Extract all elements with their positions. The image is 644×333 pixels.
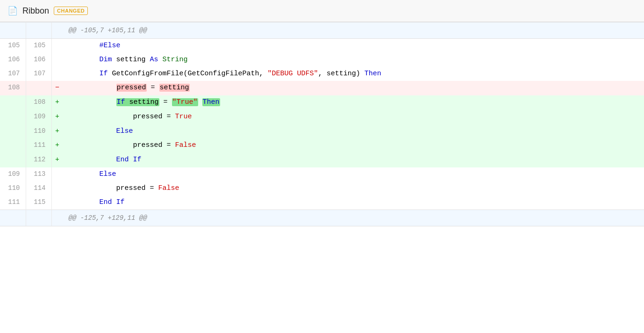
table-row: 110 + Else [0, 124, 644, 139]
table-row: 105 105 #Else [0, 39, 644, 53]
line-sign: + [51, 124, 63, 139]
new-line-num: 106 [26, 53, 51, 67]
line-code: Else [63, 167, 644, 181]
new-line-num [26, 81, 51, 95]
new-line-num: 109 [26, 110, 51, 124]
table-row: 107 107 If GetConfigFromFile(GetConfigFi… [0, 67, 644, 81]
new-line-num: 107 [26, 67, 51, 81]
new-line-num: 112 [26, 153, 51, 167]
line-code: pressed = False [63, 181, 644, 195]
old-line-num [0, 153, 26, 167]
old-line-num [0, 110, 26, 124]
line-sign [51, 67, 63, 81]
line-code: pressed = setting [63, 81, 644, 95]
file-title: Ribbon [22, 6, 49, 16]
hunk-new-num [26, 22, 51, 39]
line-code: #Else [63, 39, 644, 53]
old-line-num: 110 [0, 181, 26, 195]
line-code: End If [63, 153, 644, 167]
line-sign [51, 39, 63, 53]
table-row: 112 + End If [0, 153, 644, 167]
hunk-old-num [0, 22, 26, 39]
changed-badge: CHANGED [54, 7, 88, 15]
old-line-num [0, 138, 26, 153]
keyword: Then [203, 98, 220, 106]
old-line-num: 106 [0, 53, 26, 67]
table-row: 111 115 End If [0, 195, 644, 210]
hunk-header-2: @@ -125,7 +129,11 @@ [0, 210, 644, 226]
old-line-num: 107 [0, 67, 26, 81]
old-line-num: 108 [0, 81, 26, 95]
new-line-num: 113 [26, 167, 51, 181]
new-line-num: 115 [26, 195, 51, 210]
diff-container: @@ -105,7 +105,11 @@ 105 105 #Else 106 1… [0, 22, 644, 226]
line-code: Dim setting As String [63, 53, 644, 67]
new-line-num: 110 [26, 124, 51, 139]
hunk-new-num [26, 210, 51, 226]
keyword: False [158, 184, 179, 192]
line-code: pressed = False [63, 138, 644, 153]
table-row: 106 106 Dim setting As String [0, 53, 644, 67]
table-row: 108 + If setting = "True" Then [0, 95, 644, 110]
old-line-num: 111 [0, 195, 26, 210]
diff-table: @@ -105,7 +105,11 @@ 105 105 #Else 106 1… [0, 22, 644, 226]
line-code: Else [63, 124, 644, 139]
keyword: Dim [100, 56, 112, 64]
line-sign [51, 181, 63, 195]
old-line-num: 105 [0, 39, 26, 53]
keyword: False [175, 141, 196, 149]
hunk-label-2: @@ -125,7 +129,11 @@ [63, 210, 644, 226]
keyword: Then [365, 70, 381, 78]
table-row: 108 − pressed = setting [0, 81, 644, 95]
hunk-header-1: @@ -105,7 +105,11 @@ [0, 22, 644, 39]
deleted-highlight: pressed [116, 84, 147, 92]
old-line-num [0, 124, 26, 139]
line-sign [51, 53, 63, 67]
line-code: End If [63, 195, 644, 210]
line-sign: + [51, 153, 63, 167]
file-icon: 📄 [7, 6, 18, 16]
string-literal: "DEBUG UDFS" [268, 70, 318, 78]
hunk-sign [51, 210, 63, 226]
table-row: 109 + pressed = True [0, 110, 644, 124]
keyword: As [150, 56, 158, 64]
new-line-num: 114 [26, 181, 51, 195]
keyword: String [163, 56, 188, 64]
line-sign [51, 167, 63, 181]
table-row: 109 113 Else [0, 167, 644, 181]
deleted-highlight: setting [159, 84, 190, 92]
line-sign: + [51, 110, 63, 124]
table-row: 111 + pressed = False [0, 138, 644, 153]
line-sign: + [51, 95, 63, 110]
added-highlight: "True" [172, 98, 198, 106]
hunk-sign [51, 22, 63, 39]
keyword: Else [100, 170, 116, 178]
hunk-label-1: @@ -105,7 +105,11 @@ [63, 22, 644, 39]
keyword: Else [116, 127, 133, 135]
line-sign [51, 195, 63, 210]
old-line-num [0, 95, 26, 110]
added-highlight: If setting [116, 98, 159, 106]
keyword: If [100, 70, 108, 78]
file-header: 📄 Ribbon CHANGED [0, 0, 644, 22]
keyword: #Else [100, 42, 121, 50]
keyword: If [117, 98, 125, 106]
line-code: If GetConfigFromFile(GetConfigFilePath, … [63, 67, 644, 81]
new-line-num: 111 [26, 138, 51, 153]
line-sign: + [51, 138, 63, 153]
new-line-num: 108 [26, 95, 51, 110]
added-highlight: Then [202, 98, 220, 106]
old-line-num: 109 [0, 167, 26, 181]
new-line-num: 105 [26, 39, 51, 53]
keyword: True [175, 113, 192, 121]
hunk-old-num [0, 210, 26, 226]
line-sign: − [51, 81, 63, 95]
line-code: pressed = True [63, 110, 644, 124]
keyword: End If [100, 198, 125, 206]
line-code: If setting = "True" Then [63, 95, 644, 110]
table-row: 110 114 pressed = False [0, 181, 644, 195]
keyword: End If [116, 156, 142, 164]
